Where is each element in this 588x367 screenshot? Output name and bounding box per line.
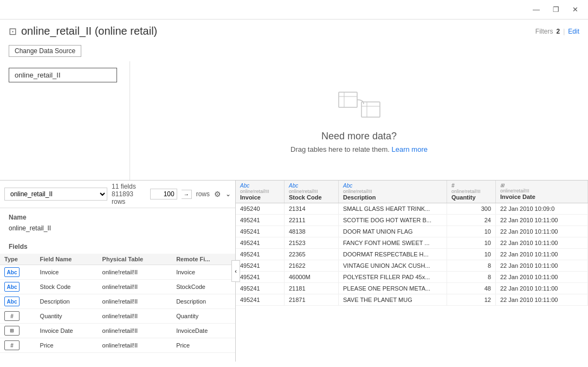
- right-panel: Abc online!retail!II Invoice Abc online!…: [236, 181, 588, 362]
- app-title-area: ⊡ online_retail_II (online retail): [9, 25, 157, 37]
- grid-row: 495240 21314 SMALL GLASS HEART TRINK... …: [236, 203, 588, 215]
- empty-center-area: Need more data? Drag tables here to rela…: [130, 61, 588, 180]
- filters-separator: |: [563, 28, 565, 35]
- app-header: ⊡ online_retail_II (online retail) Filte…: [0, 20, 588, 43]
- grid-row: 495241 21181 PLEASE ONE PERSON META... 4…: [236, 283, 588, 294]
- rows-count-input[interactable]: [150, 189, 177, 199]
- left-panel: online_retail_II 11 fields 811893 rows →…: [0, 181, 236, 362]
- cell-quantity: 12: [447, 294, 496, 305]
- title-bar: — ❐ ✕: [0, 0, 588, 20]
- cell-invoice: 495240: [236, 203, 285, 214]
- filters-edit-link[interactable]: Edit: [568, 28, 579, 35]
- rows-arrow-button[interactable]: →: [182, 190, 192, 199]
- field-remote-cell: Price: [172, 338, 235, 353]
- grid-col-invoice: Abc online!retail!II Invoice: [236, 181, 285, 203]
- table-row: Abc Invoice online!retail!II Invoice: [0, 265, 235, 280]
- grid-col-quantity: # online!retail!II Quantity: [447, 181, 496, 203]
- settings-button[interactable]: ⚙: [214, 190, 221, 198]
- fields-header: Fields: [0, 240, 235, 254]
- cell-description: DOOR MAT UNION FLAG: [339, 226, 447, 237]
- cell-description: PLEASE ONE PERSON META...: [339, 283, 447, 294]
- cell-invoice: 495241: [236, 272, 285, 282]
- fields-row-count: 11 fields 811893 rows: [112, 183, 146, 205]
- cell-invoicedate: 22 Jan 2010 10:11:00: [496, 237, 588, 248]
- need-more-title: Need more data?: [321, 131, 397, 142]
- cell-quantity: 300: [447, 203, 496, 214]
- cell-description: SCOTTIE DOG HOT WATER B...: [339, 215, 447, 226]
- field-name-cell: Stock Code: [36, 280, 98, 294]
- cell-stock: 21523: [285, 237, 339, 248]
- type-badge: Abc: [4, 267, 20, 277]
- fields-table: Type Field Name Physical Table Remote Fi…: [0, 254, 235, 353]
- toolbar-row: Change Data Source: [0, 43, 588, 61]
- name-section: Name online_retail_II: [0, 208, 235, 237]
- content-area: Need more data? Drag tables here to rela…: [0, 61, 588, 362]
- change-data-source-button[interactable]: Change Data Source: [9, 45, 81, 57]
- ds-input-area: [0, 61, 130, 180]
- table-row: ⊞ Invoice Date online!retail!II InvoiceD…: [0, 324, 235, 338]
- field-type-cell: Abc: [0, 265, 36, 280]
- grid-col-stock: Abc online!retail!II Stock Code: [285, 181, 339, 203]
- cell-stock: 21181: [285, 283, 339, 294]
- grid-body: 495240 21314 SMALL GLASS HEART TRINK... …: [236, 203, 588, 306]
- field-type-cell: Abc: [0, 280, 36, 294]
- type-badge: #: [4, 311, 20, 321]
- field-type-cell: #: [0, 309, 36, 324]
- grid-row: 495241 21523 FANCY FONT HOME SWEET ... 1…: [236, 237, 588, 249]
- datasource-name-input[interactable]: [9, 68, 117, 82]
- cell-stock: 22111: [285, 215, 339, 226]
- grid-header-row: Abc online!retail!II Invoice Abc online!…: [236, 181, 588, 203]
- grid-row: 495241 22365 DOORMAT RESPECTABLE H... 10…: [236, 249, 588, 260]
- grid-row: 495241 21871 SAVE THE PLANET MUG 12 22 J…: [236, 294, 588, 306]
- cell-description: SAVE THE PLANET MUG: [339, 294, 447, 305]
- cell-invoice: 495241: [236, 260, 285, 271]
- cell-invoicedate: 22 Jan 2010 10:11:00: [496, 294, 588, 305]
- ds-and-empty-area: Need more data? Drag tables here to rela…: [0, 61, 588, 181]
- grid-col-invoicedate: ⊞ online!retail!II Invoice Date: [496, 181, 588, 203]
- cell-quantity: 8: [447, 272, 496, 282]
- table-row: # Price online!retail!II Price: [0, 338, 235, 353]
- learn-more-link[interactable]: Learn more: [391, 145, 427, 153]
- cell-invoicedate: 22 Jan 2010 10:11:00: [496, 283, 588, 294]
- collapse-panel-button[interactable]: ‹: [231, 260, 240, 282]
- svg-rect-3: [361, 102, 380, 117]
- maximize-button[interactable]: ❐: [550, 4, 563, 15]
- field-type-cell: ⊞: [0, 324, 36, 338]
- col-header-type: Type: [0, 254, 36, 265]
- grid-col-description: Abc online!retail!II Description: [339, 181, 447, 203]
- table-row: Abc Description online!retail!II Descrip…: [0, 294, 235, 309]
- col-header-fieldname: Field Name: [36, 254, 98, 265]
- table-dropdown[interactable]: online_retail_II: [4, 188, 107, 201]
- grid-row: 495241 21622 VINTAGE UNION JACK CUSH... …: [236, 260, 588, 272]
- field-remote-cell: InvoiceDate: [172, 324, 235, 338]
- table-row: # Quantity online!retail!II Quantity: [0, 309, 235, 324]
- cell-quantity: 8: [447, 260, 496, 271]
- type-badge: #: [4, 340, 20, 350]
- svg-rect-0: [339, 92, 357, 107]
- cell-description: POLYESTER FILLER PAD 45x...: [339, 272, 447, 282]
- close-button[interactable]: ✕: [569, 4, 581, 15]
- minimize-button[interactable]: —: [529, 4, 543, 15]
- cell-invoice: 495241: [236, 215, 285, 226]
- field-table-cell: online!retail!II: [98, 309, 172, 324]
- col-header-physicaltable: Physical Table: [98, 254, 172, 265]
- title-bar-controls: — ❐ ✕: [529, 4, 581, 15]
- rows-label: rows: [196, 190, 210, 198]
- field-name-cell: Quantity: [36, 309, 98, 324]
- field-table-cell: online!retail!II: [98, 294, 172, 309]
- cell-invoice: 495241: [236, 249, 285, 260]
- table-selector-row: online_retail_II 11 fields 811893 rows →…: [0, 181, 235, 208]
- field-table-cell: online!retail!II: [98, 324, 172, 338]
- type-badge: ⊞: [4, 326, 20, 336]
- cell-quantity: 10: [447, 249, 496, 260]
- cell-description: VINTAGE UNION JACK CUSH...: [339, 260, 447, 271]
- type-badge: Abc: [4, 297, 20, 306]
- cell-description: DOORMAT RESPECTABLE H...: [339, 249, 447, 260]
- field-name-cell: Description: [36, 294, 98, 309]
- field-type-cell: Abc: [0, 294, 36, 309]
- cell-invoicedate: 22 Jan 2010 10:11:00: [496, 272, 588, 282]
- field-table-cell: online!retail!II: [98, 338, 172, 353]
- type-badge: Abc: [4, 282, 20, 292]
- cell-stock: 21314: [285, 203, 339, 214]
- expand-icon: ⌄: [225, 190, 231, 198]
